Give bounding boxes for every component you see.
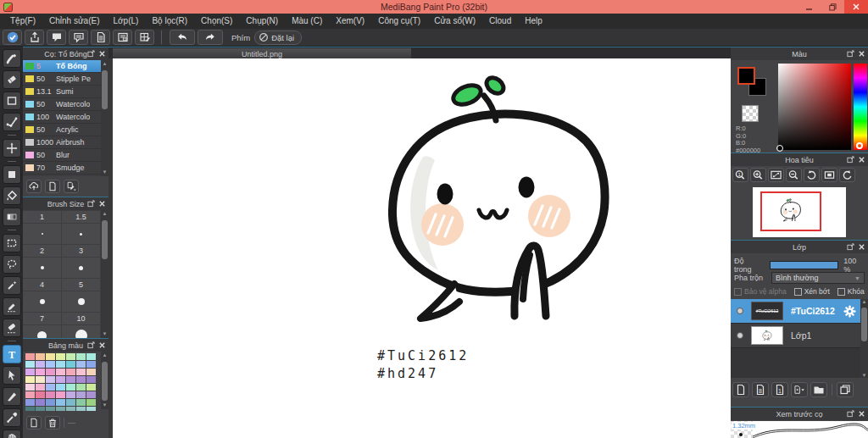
grid-pen-button[interactable] <box>135 30 154 45</box>
hand-tool[interactable] <box>3 430 21 438</box>
palette-swatch[interactable] <box>46 369 55 375</box>
palette-swatch[interactable] <box>46 384 55 391</box>
brush-size-option[interactable]: 5 <box>62 279 101 291</box>
palette-swatch[interactable] <box>76 384 86 391</box>
opacity-slider[interactable] <box>770 261 839 269</box>
close-icon[interactable] <box>858 243 865 251</box>
palette-swatch[interactable] <box>46 391 55 398</box>
palette-swatch[interactable] <box>86 399 96 406</box>
palette-swatch[interactable] <box>86 391 96 398</box>
palette-swatch[interactable] <box>56 384 65 391</box>
add-layer-menu-button[interactable] <box>791 382 808 397</box>
palette-swatch[interactable] <box>56 353 65 360</box>
scroll-up-icon[interactable]: ▲ <box>101 210 108 218</box>
undo-button[interactable] <box>170 30 195 45</box>
palette-swatch[interactable] <box>46 361 55 368</box>
minimize-button[interactable] <box>797 0 821 14</box>
layer-row[interactable]: Lớp1 <box>731 324 860 348</box>
palette-swatch[interactable] <box>76 399 86 406</box>
navigator-thumbnail[interactable] <box>753 187 846 237</box>
palette-swatch[interactable] <box>25 391 35 398</box>
saturation-value-picker[interactable] <box>778 64 851 150</box>
shape-brush-tool[interactable] <box>3 91 21 110</box>
palette-swatch[interactable] <box>86 376 96 383</box>
brush-size-option[interactable]: 10 <box>62 313 101 324</box>
lock-checkbox[interactable]: Khóa <box>837 287 865 296</box>
palette-swatch[interactable] <box>46 376 55 383</box>
brush-size-dot[interactable] <box>23 325 62 338</box>
palette-swatch[interactable] <box>66 407 75 411</box>
eraser-tool[interactable] <box>3 70 21 89</box>
palette-scrollbar[interactable]: ▲ ▼ <box>101 352 108 409</box>
menu-item-2[interactable]: Chỉnh sửa(E) <box>42 14 107 29</box>
brush-size-option[interactable]: 1.5 <box>62 211 101 223</box>
layer-row[interactable]: #TuCi2612#TuCi2612 <box>731 299 860 324</box>
brush-size-dot[interactable] <box>62 291 101 312</box>
palette-swatch[interactable] <box>56 407 65 411</box>
palette-swatch[interactable] <box>25 376 35 383</box>
brush-item[interactable]: 50Watercolo <box>23 98 101 111</box>
bucket-tool[interactable] <box>3 186 21 205</box>
fit-view-button[interactable] <box>821 168 837 182</box>
brush-size-option[interactable]: 1 <box>23 211 62 223</box>
brush-item[interactable]: 50Stipple Pe <box>23 73 101 86</box>
close-icon[interactable] <box>858 50 865 58</box>
gradient-tool[interactable] <box>3 208 21 226</box>
menu-item-7[interactable]: Màu (C) <box>285 14 329 29</box>
brush-size-option[interactable]: 2 <box>23 245 62 257</box>
palette-swatch[interactable] <box>76 376 86 383</box>
hue-slider[interactable] <box>854 64 867 150</box>
hue-cursor[interactable] <box>856 142 863 149</box>
brush-size-dot[interactable] <box>23 291 62 312</box>
upload-button[interactable] <box>25 30 44 45</box>
move-tool[interactable] <box>3 139 21 158</box>
menu-item-6[interactable]: Chụp(N) <box>239 14 285 29</box>
cloud-brush-button[interactable] <box>26 180 42 193</box>
palette-swatch[interactable] <box>76 369 86 375</box>
palette-swatch[interactable] <box>86 353 96 360</box>
close-icon[interactable] <box>98 50 106 58</box>
operation-tool[interactable] <box>3 366 21 385</box>
palette-swatch[interactable] <box>66 399 75 406</box>
menu-item-11[interactable]: Cloud <box>482 14 518 29</box>
menu-item-5[interactable]: Chọn(S) <box>194 14 239 29</box>
palette-swatch[interactable] <box>56 361 65 368</box>
transparent-color-swatch[interactable] <box>742 105 759 122</box>
palette-swatch[interactable] <box>86 369 96 375</box>
delete-color-button[interactable] <box>45 416 60 430</box>
rotate-right-button[interactable] <box>839 168 855 182</box>
close-button[interactable] <box>844 0 868 14</box>
palette-swatch[interactable] <box>76 407 86 411</box>
blend-mode-select[interactable]: Bình thường ▼ <box>771 272 865 284</box>
canvas[interactable]: #TuCi2612 #hd247 <box>113 58 731 438</box>
close-icon[interactable] <box>858 156 865 164</box>
palette-swatch[interactable] <box>56 369 65 375</box>
clipping-checkbox[interactable]: Xén bớt <box>794 287 830 296</box>
add-8bit-layer-button[interactable]: 8 <box>752 382 769 397</box>
layer-folder-button[interactable] <box>810 382 827 397</box>
menu-item-10[interactable]: Cửa sổ(W) <box>427 14 482 29</box>
brush-size-option[interactable]: 4 <box>23 279 62 291</box>
brush-size-option[interactable]: 7 <box>23 313 62 324</box>
size-scrollbar[interactable]: ▲ ▼ <box>101 210 108 338</box>
control-point-tool[interactable] <box>3 113 21 131</box>
add-layer-button[interactable] <box>732 382 749 397</box>
menu-item-1[interactable]: Tệp(F) <box>3 14 42 29</box>
palette-swatch[interactable] <box>36 399 45 406</box>
divide-tool[interactable] <box>3 387 21 406</box>
layer-visibility-toggle[interactable] <box>737 332 743 339</box>
close-icon[interactable] <box>98 200 106 208</box>
palette-swatch[interactable] <box>66 384 75 391</box>
menu-item-3[interactable]: Lớp(L) <box>107 14 146 29</box>
zoom-out-button[interactable] <box>786 168 802 182</box>
foreground-color-swatch[interactable] <box>737 67 755 85</box>
brush-item[interactable]: 50Blur <box>23 149 101 162</box>
scroll-down-icon[interactable]: ▼ <box>101 169 108 176</box>
zoom-100-button[interactable]: 1 <box>732 168 748 182</box>
brush-item[interactable]: 100Watercolo <box>23 111 101 124</box>
duplicate-layer-button[interactable] <box>837 382 854 397</box>
palette-swatch[interactable] <box>25 407 35 411</box>
palette-swatch[interactable] <box>25 361 35 368</box>
chat-lines-button[interactable] <box>69 30 88 45</box>
reset-button[interactable]: Đặt lại <box>254 30 302 45</box>
